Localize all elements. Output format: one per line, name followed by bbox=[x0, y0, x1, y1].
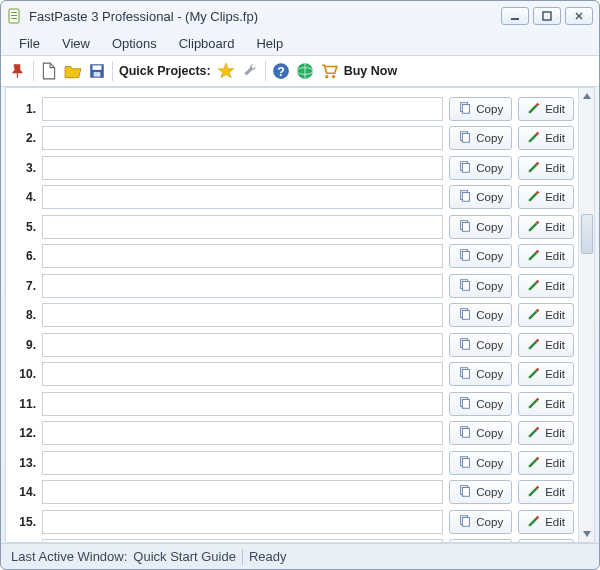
clip-input[interactable] bbox=[42, 274, 443, 298]
pin-icon[interactable] bbox=[9, 62, 27, 80]
copy-button[interactable]: Copy bbox=[449, 244, 512, 268]
svg-rect-25 bbox=[463, 193, 470, 202]
edit-button[interactable]: Edit bbox=[518, 97, 574, 121]
clip-row: 7.CopyEdit bbox=[12, 271, 574, 301]
clip-input[interactable] bbox=[42, 480, 443, 504]
clip-input[interactable] bbox=[42, 97, 443, 121]
titlebar: FastPaste 3 Professional - (My Clips.fp) bbox=[1, 1, 599, 31]
copy-button[interactable]: Copy bbox=[449, 303, 512, 327]
clip-input[interactable] bbox=[42, 215, 443, 239]
copy-button[interactable]: Copy bbox=[449, 480, 512, 504]
edit-button[interactable]: Edit bbox=[518, 156, 574, 180]
clip-input[interactable] bbox=[42, 303, 443, 327]
statusbar: Last Active Window: Quick Start Guide Re… bbox=[1, 543, 599, 569]
scroll-up-arrow[interactable] bbox=[580, 88, 594, 104]
menubar: File View Options Clipboard Help bbox=[1, 31, 599, 55]
wrench-icon[interactable] bbox=[241, 62, 259, 80]
svg-rect-19 bbox=[463, 104, 470, 113]
clip-input[interactable] bbox=[42, 392, 443, 416]
copy-button[interactable]: Copy bbox=[449, 97, 512, 121]
copy-button[interactable]: Copy bbox=[449, 215, 512, 239]
edit-button[interactable]: Edit bbox=[518, 451, 574, 475]
open-folder-icon[interactable] bbox=[64, 62, 82, 80]
edit-button[interactable]: Edit bbox=[518, 185, 574, 209]
edit-button[interactable]: Edit bbox=[518, 421, 574, 445]
edit-button[interactable]: Edit bbox=[518, 392, 574, 416]
svg-rect-4 bbox=[511, 18, 519, 20]
globe-icon[interactable] bbox=[296, 62, 314, 80]
menu-view[interactable]: View bbox=[52, 34, 100, 53]
buy-now-label[interactable]: Buy Now bbox=[344, 64, 397, 78]
clip-input[interactable] bbox=[42, 126, 443, 150]
edit-label: Edit bbox=[545, 339, 565, 351]
clip-input[interactable] bbox=[42, 421, 443, 445]
copy-button[interactable]: Copy bbox=[449, 421, 512, 445]
copy-button[interactable]: Copy bbox=[449, 185, 512, 209]
help-icon[interactable]: ? bbox=[272, 62, 290, 80]
separator bbox=[112, 61, 113, 81]
copy-button[interactable]: Copy bbox=[449, 510, 512, 534]
copy-icon bbox=[458, 160, 472, 176]
cart-icon[interactable] bbox=[320, 62, 338, 80]
edit-button[interactable]: Edit bbox=[518, 539, 574, 542]
save-icon[interactable] bbox=[88, 62, 106, 80]
menu-file[interactable]: File bbox=[9, 34, 50, 53]
edit-label: Edit bbox=[545, 221, 565, 233]
clip-row: 3.CopyEdit bbox=[12, 153, 574, 183]
clip-input[interactable] bbox=[42, 244, 443, 268]
vertical-scrollbar[interactable] bbox=[578, 88, 594, 542]
star-icon[interactable] bbox=[217, 62, 235, 80]
minimize-button[interactable] bbox=[501, 7, 529, 25]
clip-input[interactable] bbox=[42, 333, 443, 357]
edit-button[interactable]: Edit bbox=[518, 126, 574, 150]
svg-rect-47 bbox=[463, 517, 470, 526]
scroll-down-arrow[interactable] bbox=[580, 526, 594, 542]
edit-button[interactable]: Edit bbox=[518, 244, 574, 268]
edit-button[interactable]: Edit bbox=[518, 274, 574, 298]
edit-button[interactable]: Edit bbox=[518, 303, 574, 327]
svg-rect-41 bbox=[463, 429, 470, 438]
copy-label: Copy bbox=[476, 486, 503, 498]
close-button[interactable] bbox=[565, 7, 593, 25]
copy-button[interactable]: Copy bbox=[449, 333, 512, 357]
copy-button[interactable]: Copy bbox=[449, 392, 512, 416]
svg-rect-9 bbox=[93, 65, 102, 70]
menu-help[interactable]: Help bbox=[246, 34, 293, 53]
edit-button[interactable]: Edit bbox=[518, 362, 574, 386]
menu-options[interactable]: Options bbox=[102, 34, 167, 53]
copy-button[interactable]: Copy bbox=[449, 451, 512, 475]
edit-button[interactable]: Edit bbox=[518, 480, 574, 504]
row-number: 7. bbox=[12, 279, 36, 293]
copy-button[interactable]: Copy bbox=[449, 362, 512, 386]
maximize-button[interactable] bbox=[533, 7, 561, 25]
row-number: 4. bbox=[12, 190, 36, 204]
scroll-track[interactable] bbox=[580, 104, 594, 526]
row-number: 1. bbox=[12, 102, 36, 116]
row-number: 11. bbox=[12, 397, 36, 411]
copy-button[interactable]: Copy bbox=[449, 274, 512, 298]
copy-button[interactable]: Copy bbox=[449, 156, 512, 180]
scroll-thumb[interactable] bbox=[581, 214, 593, 254]
new-file-icon[interactable] bbox=[40, 62, 58, 80]
clip-input[interactable] bbox=[42, 185, 443, 209]
edit-button[interactable]: Edit bbox=[518, 333, 574, 357]
edit-label: Edit bbox=[545, 103, 565, 115]
edit-icon bbox=[527, 366, 541, 382]
edit-icon bbox=[527, 307, 541, 323]
clip-input[interactable] bbox=[42, 362, 443, 386]
clip-input[interactable] bbox=[42, 156, 443, 180]
edit-button[interactable]: Edit bbox=[518, 215, 574, 239]
menu-clipboard[interactable]: Clipboard bbox=[169, 34, 245, 53]
clip-input[interactable] bbox=[42, 451, 443, 475]
svg-rect-31 bbox=[463, 281, 470, 290]
copy-label: Copy bbox=[476, 221, 503, 233]
copy-button[interactable]: Copy bbox=[449, 126, 512, 150]
copy-button[interactable]: Copy bbox=[449, 539, 512, 542]
edit-button[interactable]: Edit bbox=[518, 510, 574, 534]
edit-icon bbox=[527, 101, 541, 117]
edit-icon bbox=[527, 219, 541, 235]
copy-label: Copy bbox=[476, 516, 503, 528]
clip-input[interactable] bbox=[42, 510, 443, 534]
window-title: FastPaste 3 Professional - (My Clips.fp) bbox=[29, 9, 501, 24]
clip-input[interactable] bbox=[42, 539, 443, 542]
